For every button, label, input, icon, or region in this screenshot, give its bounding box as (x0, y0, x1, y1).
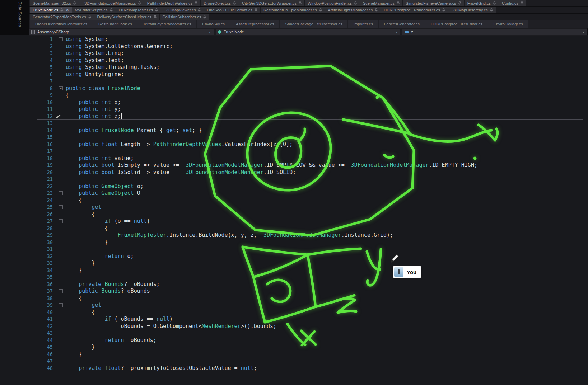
tab-enviroskymgr-cs[interactable]: EnviroSkyMgr.cs (488, 20, 528, 28)
tab-terrainlayerrandomizer-cs[interactable]: TerrainLayerRandomizer.cs (137, 20, 196, 28)
code-line-14[interactable]: 14 public FruxelNode Parent { get; set; … (0, 127, 588, 134)
tab-simulatedfisheyecamera-cs[interactable]: SimulatedFisheyeCamera.cs (403, 0, 464, 6)
tab-3dmapviewer-cs[interactable]: _3DMapViewer.cs (161, 7, 204, 13)
code-line-30[interactable]: 30 } (0, 239, 588, 246)
code-line-35[interactable]: 35 (0, 274, 588, 281)
tab-importer-cs[interactable]: Importer.cs (348, 20, 378, 28)
pin-icon[interactable] (154, 15, 157, 19)
tab-restauranthook-cs[interactable]: RestaurantHook.cs (93, 20, 137, 28)
code-line-41[interactable]: 41 if (_oBounds == null) (0, 316, 588, 323)
sidebar-tab-data-sources[interactable]: Data Sources (18, 1, 22, 27)
tab-config-cs[interactable]: Config.cs (499, 0, 526, 6)
tab-hdrppostproc-randomizer-cs[interactable]: HDRPPostproc...Randomizer.cs (381, 7, 448, 13)
code-line-43[interactable]: 43 (0, 330, 588, 337)
tab-onesec3d-fileformat-cs[interactable]: OneSec3D_FileFormat.cs (204, 7, 260, 13)
tab-shaderpackage-stprocessor-cs[interactable]: ShaderPackage...stProcessor.cs (280, 20, 347, 28)
pin-icon[interactable] (233, 1, 236, 5)
code-line-6[interactable]: 6using UnityEngine; (0, 71, 588, 78)
pin-icon[interactable] (60, 8, 63, 12)
code-line-10[interactable]: 10 public int x; (0, 99, 588, 106)
tab-myeditorscripts-cs[interactable]: MyEditorScripts.cs (72, 7, 116, 13)
code-line-5[interactable]: 5using System.Threading.Tasks; (0, 64, 588, 71)
code-editor[interactable]: 1−using System;2using System.Collections… (0, 35, 588, 385)
tab-deliverysurfaceclasshelper-cs[interactable]: DeliverySurfaceClassHelper.cs (94, 14, 159, 20)
pin-icon[interactable] (375, 8, 378, 12)
code-line-27[interactable]: 27− if (o == null) (0, 218, 588, 225)
tab-scenemanager-cs[interactable]: SceneManager.cs (360, 0, 402, 6)
tab-scenemanager-02-cs[interactable]: SceneManager_02.cs (30, 0, 79, 6)
pin-icon[interactable] (458, 1, 461, 5)
code-line-9[interactable]: 9{ (0, 92, 588, 99)
tab-artificiallightsmanager-cs[interactable]: ArtificialLightsManager.cs (325, 7, 381, 13)
code-line-33[interactable]: 33 } (0, 260, 588, 267)
code-line-20[interactable]: 20 public bool IsSolid => value == _3DFo… (0, 169, 588, 176)
tab-collisionsubscriber-cs[interactable]: CollisionSubscriber.cs (160, 14, 209, 20)
code-line-2[interactable]: 2using System.Collections.Generic; (0, 43, 588, 50)
tab-droneorientationcontroller-cs[interactable]: DroneOrientationController.cs (30, 20, 93, 28)
fold-toggle[interactable]: − (59, 86, 63, 90)
close-icon[interactable]: × (66, 8, 69, 12)
pin-icon[interactable] (442, 8, 445, 12)
tab-fruxelgrid-cs[interactable]: FruxelGrid.cs (465, 0, 499, 6)
code-line-31[interactable]: 31 (0, 246, 588, 253)
pin-icon[interactable] (88, 15, 91, 19)
pin-icon[interactable] (203, 15, 206, 19)
code-line-48[interactable]: 48 private float? _proximityToClosestObs… (0, 365, 588, 372)
tab-generator2exportmaptools-cs[interactable]: Generator2ExportMapTools.cs (30, 14, 94, 20)
tab-3dfoundatio-delmanager-cs[interactable]: _3DFoundatio...delManager.cs (79, 0, 144, 6)
code-line-18[interactable]: 18 public int value; (0, 155, 588, 162)
code-line-11[interactable]: 11 public int y; (0, 106, 588, 113)
fold-toggle[interactable]: − (59, 191, 63, 195)
pin-icon[interactable] (198, 8, 201, 12)
code-line-36[interactable]: 36 private Bounds? _oBounds; (0, 281, 588, 288)
fold-toggle[interactable]: − (59, 205, 63, 209)
tab-fruxelmaptester-cs[interactable]: FruxelMapTester.cs (116, 7, 161, 13)
tab-3dmaphierarchy-cs[interactable]: _3DMapHierarchy.cs (448, 7, 496, 13)
code-line-23[interactable]: 23− public GameObject O (0, 190, 588, 197)
code-line-17[interactable]: 17 (0, 148, 588, 155)
tab-droneobject-cs[interactable]: DroneObject.cs (201, 0, 239, 6)
code-line-8[interactable]: 8−public class FruxelNode (0, 85, 588, 92)
code-line-42[interactable]: 42 _oBounds = O.GetComponent<MeshRendere… (0, 323, 588, 330)
pin-icon[interactable] (73, 1, 76, 5)
code-line-19[interactable]: 19 public bool IsEmpty => value >= _3DFo… (0, 162, 588, 169)
code-line-47[interactable]: 47 (0, 358, 588, 365)
code-line-16[interactable]: 16 public float Length => PathfinderDept… (0, 141, 588, 148)
code-line-34[interactable]: 34 } (0, 267, 588, 274)
pin-icon[interactable] (397, 1, 400, 5)
code-line-22[interactable]: 22 public GameObject o; (0, 183, 588, 190)
code-line-3[interactable]: 3using System.Linq; (0, 50, 588, 57)
pin-icon[interactable] (299, 1, 302, 5)
code-line-4[interactable]: 4using System.Text; (0, 57, 588, 64)
tab-fencesgenerator-cs[interactable]: FencesGenerator.cs (379, 20, 425, 28)
tab-pathfinderdepthvalues-cs[interactable]: PathfinderDepthValues.cs (144, 0, 200, 6)
tab-assetpreprocessor-cs[interactable]: AssetPreprocessor.cs (230, 20, 279, 28)
project-dropdown[interactable]: Assembly-CSharp ▼ (29, 29, 214, 35)
fold-toggle[interactable]: − (59, 303, 63, 307)
tab-hdrppostproc-izereditor-cs[interactable]: HDRPPostproc...izerEditor.cs (425, 20, 488, 28)
tab-envirosky-cs[interactable]: EnviroSky.cs (197, 20, 230, 28)
member-dropdown[interactable]: z ▼ (402, 29, 587, 35)
fold-toggle[interactable]: − (59, 219, 63, 223)
code-line-25[interactable]: 25− get (0, 204, 588, 211)
code-line-38[interactable]: 38 { (0, 295, 588, 302)
pin-icon[interactable] (110, 8, 113, 12)
code-line-21[interactable]: 21 (0, 176, 588, 183)
tab-restaurantho-plemanager-cs[interactable]: RestaurantHo...pleManager.cs (261, 7, 325, 13)
pin-icon[interactable] (521, 1, 523, 5)
code-line-12[interactable]: 12 public int z; (0, 113, 588, 120)
code-line-44[interactable]: 44 return _oBounds; (0, 337, 588, 344)
pin-icon[interactable] (155, 8, 158, 12)
pin-icon[interactable] (255, 8, 257, 12)
tab-fruxelnode-cs[interactable]: FruxelNode.cs× (30, 7, 72, 13)
pin-icon[interactable] (493, 1, 496, 5)
code-line-28[interactable]: 28 { (0, 225, 588, 232)
code-line-13[interactable]: 13 (0, 120, 588, 127)
fold-toggle[interactable]: − (59, 289, 63, 293)
code-line-39[interactable]: 39− get (0, 302, 588, 309)
tab-citygen3dgen-torwrapper-cs[interactable]: CityGen3DGen...torWrapper.cs (239, 0, 304, 6)
pin-icon[interactable] (354, 1, 357, 5)
pin-icon[interactable] (195, 1, 197, 5)
code-line-46[interactable]: 46 } (0, 351, 588, 358)
pin-icon[interactable] (319, 8, 322, 12)
